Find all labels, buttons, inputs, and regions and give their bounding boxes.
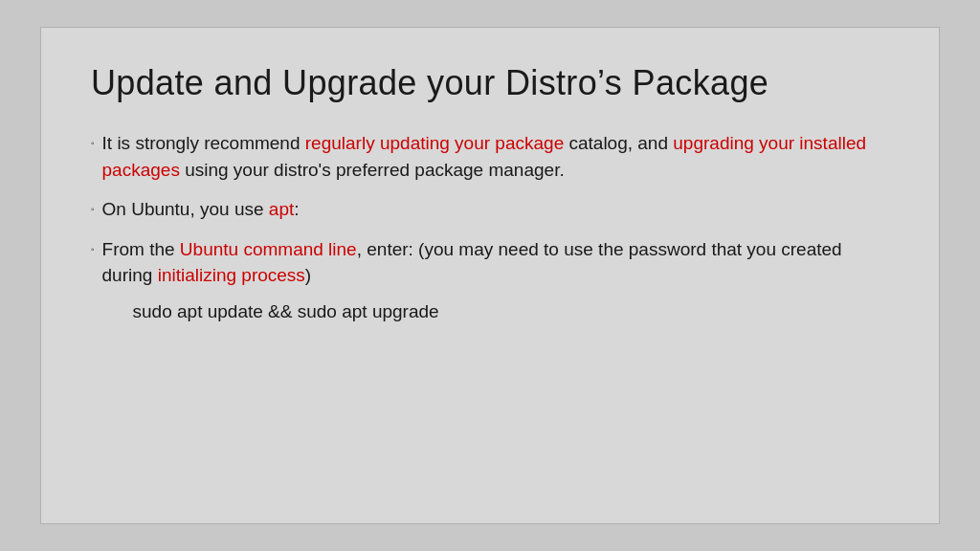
bullet-text-3: From the Ubuntu command line, enter: (yo… <box>102 236 889 325</box>
highlight-initializing: initializing process <box>158 265 305 285</box>
bullet-marker-3: ◦ <box>91 243 95 257</box>
bullet-marker-2: ◦ <box>91 203 95 217</box>
bullet-text-2: On Ubuntu, you use apt: <box>102 196 889 223</box>
highlight-ubuntu-command-line: Ubuntu command line <box>180 239 357 259</box>
slide: Update and Upgrade your Distro’s Package… <box>40 27 940 524</box>
highlight-apt: apt <box>269 199 294 219</box>
bullet-item-2: ◦ On Ubuntu, you use apt: <box>91 196 889 223</box>
command-block: sudo apt update && sudo apt upgrade <box>133 298 889 325</box>
highlight-regularly: regularly updating your package <box>305 133 564 153</box>
bullet-text-1: It is strongly recommend regularly updat… <box>102 130 889 183</box>
bullet-item-1: ◦ It is strongly recommend regularly upd… <box>91 130 889 183</box>
bullet-item-3: ◦ From the Ubuntu command line, enter: (… <box>91 236 889 325</box>
bullet-marker-1: ◦ <box>91 137 95 151</box>
slide-title: Update and Upgrade your Distro’s Package <box>91 62 889 103</box>
bullet-list: ◦ It is strongly recommend regularly upd… <box>91 130 889 324</box>
